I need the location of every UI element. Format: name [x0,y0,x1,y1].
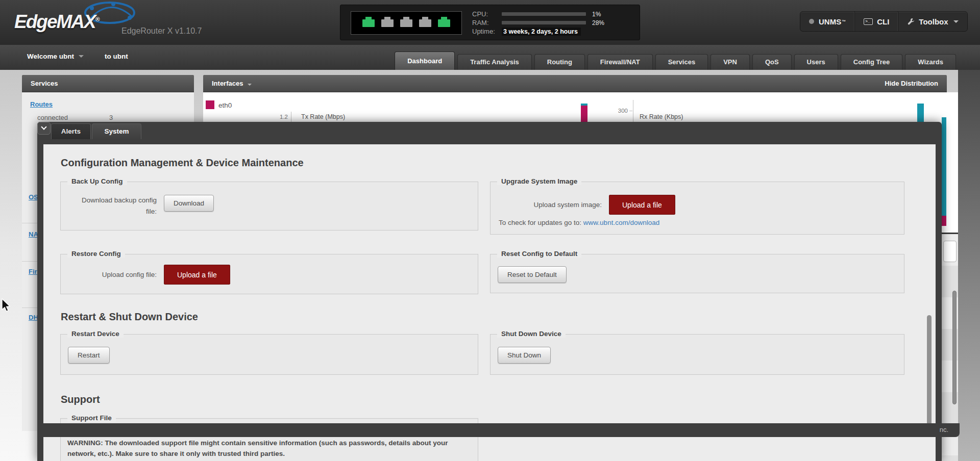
header-actions: UNMS™ >_ CLI Toolbox [800,11,968,32]
tab-vpn[interactable]: VPN [710,54,750,70]
fieldset-legend: Back Up Config [67,177,127,185]
backup-label: Download backup config file: [75,195,157,217]
firewall-link-clipped[interactable]: Fir [29,268,37,275]
page-scrollbar-thumb[interactable] [952,291,957,404]
drawer-tab-system[interactable]: System [92,123,141,139]
interfaces-title[interactable]: Interfaces [212,75,252,92]
registered-mark: ® [95,16,100,23]
tx-distribution-bar [942,216,946,226]
tab-routing[interactable]: Routing [534,54,585,70]
ram-row: RAM: 28% [472,18,635,27]
shutdown-button[interactable]: Shut Down [498,347,551,364]
upgrade-image-fieldset: Upgrade System Image Upload system image… [490,182,904,235]
ospf-link-clipped[interactable]: OS [29,193,38,201]
eth-port-icon [381,19,394,27]
chevron-down-icon [953,20,959,23]
cpu-value: 1% [592,11,601,18]
drawer-footer-bar: nc. [37,423,960,437]
unms-button[interactable]: UNMS™ [800,12,854,31]
fieldset-legend: Support File [67,414,116,422]
hostname-label: to ubnt [105,53,128,60]
tab-qos[interactable]: QoS [752,54,792,70]
drawer-scrollbar-thumb[interactable] [927,315,932,426]
ubnt-download-link[interactable]: www.ubnt.com/download [583,219,659,226]
section-heading-restart: Restart & Shut Down Device [61,311,198,323]
system-drawer: Alerts System Configuration Management &… [37,122,942,461]
copyright-clipped: nc. [940,426,948,433]
section-heading-support: Support [61,394,100,405]
app-header: EdgeMAX® EdgeRouter X v1.10.7 CPU: 1% RA… [0,0,980,45]
rx-tick-dash [629,111,632,111]
device-ports-image [351,11,462,35]
backup-config-fieldset: Back Up Config Download backup config fi… [60,182,478,231]
tab-users[interactable]: Users [794,54,838,70]
updates-note: To check for updates go to: www.ubnt.com… [499,219,659,226]
restore-label: Upload config file: [75,265,157,280]
tab-wizards[interactable]: Wizards [905,54,956,70]
wrench-icon [907,18,915,25]
uptime-label: Uptime: [472,28,502,35]
uptime-value: 3 weeks, 2 days, 2 hours [502,28,581,36]
tab-services[interactable]: Services [655,54,708,70]
tx-axis-tick: 1.2 [275,114,288,120]
cli-button[interactable]: >_ CLI [854,12,898,31]
download-backup-button[interactable]: Download [164,195,214,212]
drawer-tab-alerts[interactable]: Alerts [51,123,91,139]
fieldset-legend: Upgrade System Image [497,177,581,185]
eth-port-icon [362,19,375,27]
eth0-color-swatch [206,100,214,109]
ram-value: 28% [592,19,604,27]
eth-port-icon [419,19,431,27]
ram-bar [502,21,586,24]
hide-distribution-link[interactable]: Hide Distribution [885,75,938,92]
rx-axis-title: Rx Rate (Kbps) [640,113,683,120]
restore-config-fieldset: Restore Config Upload config file: Uploa… [60,254,478,294]
tab-traffic-analysis[interactable]: Traffic Analysis [457,54,532,70]
tab-dashboard[interactable]: Dashboard [395,52,455,70]
section-heading-config: Configuration Management & Device Mainte… [61,157,304,169]
stats-rows: CPU: 1% RAM: 28% Uptime: 3 weeks, 2 days… [472,10,635,36]
fieldset-legend: Restore Config [67,250,125,258]
rx-rate-bar [917,104,924,122]
fieldset-legend: Reset Config to Default [497,250,581,258]
tab-firewall-nat[interactable]: Firewall/NAT [587,54,653,70]
uptime-row: Uptime: 3 weeks, 2 days, 2 hours [472,27,635,36]
cpu-label: CPU: [472,10,502,18]
toolbox-button[interactable]: Toolbox [898,12,967,31]
route-type-label: connected [37,114,68,121]
chevron-down-icon [248,84,252,86]
shutdown-device-fieldset: Shut Down Device Shut Down [490,334,904,375]
chevron-down-icon [41,124,46,130]
upload-config-button[interactable]: Upload a file [164,265,230,285]
page-edge-strip [958,70,980,461]
ram-label: RAM: [472,19,502,27]
terminal-icon: >_ [864,18,873,25]
eth-port-icon [400,19,412,27]
cpu-row: CPU: 1% [472,10,635,18]
user-menu[interactable]: Welcome ubnt [27,53,84,60]
fieldset-legend: Restart Device [67,330,124,338]
upgrade-label: Upload system image: [526,195,602,211]
mouse-cursor [1,298,11,313]
drawer-collapse-button[interactable] [37,122,51,135]
dhcp-link-clipped[interactable]: DH [29,314,38,321]
route-count: 3 [109,114,113,121]
reset-default-fieldset: Reset Config to Default Reset to Default [490,254,904,293]
brand-logo: EdgeMAX® [14,11,100,33]
fieldset-legend: Shut Down Device [497,330,566,338]
system-stats-box: CPU: 1% RAM: 28% Uptime: 3 weeks, 2 days… [340,5,640,40]
reset-to-default-button[interactable]: Reset to Default [498,266,567,283]
eth-port-icon [438,19,450,27]
unms-status-icon [809,19,814,24]
interfaces-panel-header: Interfaces Hide Distribution [203,75,947,92]
interface-name: eth0 [218,101,232,109]
routes-link[interactable]: Routes [30,100,53,108]
tx-axis-title: Tx Rate (Mbps) [301,113,345,120]
rx-axis-tick: 300 [615,108,628,114]
tab-config-tree[interactable]: Config Tree [841,54,903,70]
restart-button[interactable]: Restart [68,347,110,364]
upload-image-button[interactable]: Upload a file [609,195,675,215]
nat-link-clipped[interactable]: NA [29,231,38,238]
restart-device-fieldset: Restart Device Restart [60,334,478,375]
clipped-input-box [943,241,957,262]
